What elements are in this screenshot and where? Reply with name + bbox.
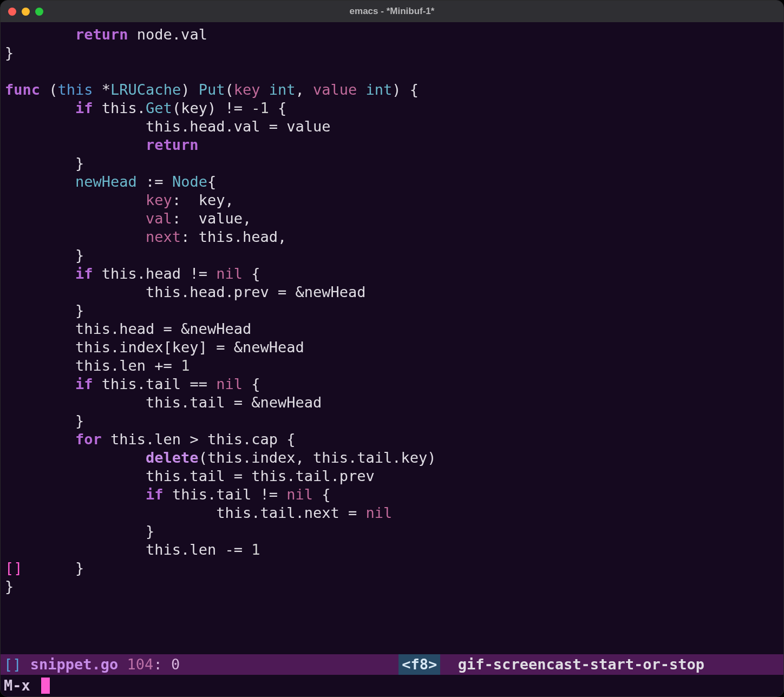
- code-token: :=: [137, 173, 172, 190]
- code-token: }: [75, 412, 84, 429]
- code-token: : key,: [172, 192, 234, 208]
- code-token: return: [146, 136, 199, 153]
- code-token: if: [75, 376, 102, 392]
- code-token: this.: [102, 100, 146, 116]
- modeline-colon: :: [153, 654, 171, 675]
- code-token: : this.head,: [181, 228, 286, 245]
- code-line[interactable]: if this.Get(key) != -1 {: [5, 99, 779, 117]
- modeline-command: gif-screencast-start-or-stop: [458, 654, 704, 675]
- code-token: LRUCache: [110, 81, 181, 98]
- code-token: int: [269, 81, 296, 98]
- editor-area[interactable]: return node.val} func (this *LRUCache) P…: [1, 22, 783, 654]
- code-line[interactable]: }: [5, 44, 779, 62]
- code-token: int: [366, 81, 393, 98]
- code-line[interactable]: return node.val: [5, 25, 779, 44]
- code-line[interactable]: this.index[key] = &newHead: [5, 338, 779, 357]
- maximize-button[interactable]: [35, 8, 43, 16]
- code-token: ): [181, 81, 199, 98]
- minibuffer[interactable]: M-x: [1, 675, 783, 696]
- code-line[interactable]: this.head.prev = &newHead: [5, 283, 779, 301]
- traffic-lights: [8, 8, 43, 16]
- code-token: nil: [286, 486, 313, 503]
- code-line[interactable]: newHead := Node{: [5, 173, 779, 191]
- code-token: }: [75, 302, 84, 319]
- code-line[interactable]: this.tail = &newHead: [5, 393, 779, 412]
- code-token: 1: [251, 541, 260, 558]
- code-token: this.head = &newHead: [75, 320, 251, 337]
- code-line[interactable]: }: [5, 301, 779, 320]
- code-token: }: [146, 523, 154, 540]
- code-line[interactable]: for this.len > this.cap {: [5, 430, 779, 449]
- code-token: (: [225, 81, 233, 98]
- minibuffer-cursor: [41, 678, 50, 694]
- code-line[interactable]: if this.head != nil {: [5, 265, 779, 283]
- code-token: }: [5, 578, 14, 595]
- code-token: this.len > this.cap {: [110, 431, 295, 448]
- code-token: this.index[key] = &newHead: [75, 339, 304, 356]
- minibuffer-prompt: M-x: [4, 675, 39, 696]
- code-line[interactable]: next: this.head,: [5, 228, 779, 246]
- code-line[interactable]: this.len -= 1: [5, 541, 779, 559]
- code-token: this.head.val = value: [146, 118, 330, 135]
- code-line[interactable]: val: value,: [5, 209, 779, 228]
- code-line[interactable]: [] }: [5, 559, 779, 577]
- code-token: nil: [216, 376, 243, 392]
- modeline: [] snippet.go 104 : 0 <f8> gif-screencas…: [1, 654, 783, 675]
- code-token: this.len -=: [146, 541, 251, 558]
- code-token: }: [5, 44, 14, 61]
- minimize-button[interactable]: [22, 8, 30, 16]
- code-token: this.tail.next =: [216, 504, 365, 521]
- code-token: key: [146, 192, 172, 208]
- code-token: if: [75, 265, 102, 282]
- code-line[interactable]: }: [5, 577, 779, 596]
- code-line[interactable]: }: [5, 154, 779, 173]
- code-line[interactable]: key: key,: [5, 191, 779, 209]
- code-token: {: [313, 486, 331, 503]
- code-token: }: [75, 247, 84, 264]
- code-line[interactable]: if this.tail == nil {: [5, 375, 779, 393]
- code-line[interactable]: func (this *LRUCache) Put(key int, value…: [5, 81, 779, 99]
- modeline-col: 0: [171, 654, 180, 675]
- window-frame: emacs - *Minibuf-1* return node.val} fun…: [0, 0, 784, 697]
- code-line[interactable]: delete(this.index, this.tail.key): [5, 449, 779, 467]
- code-line[interactable]: this.tail.next = nil: [5, 504, 779, 522]
- code-token: val: [146, 210, 172, 227]
- code-line[interactable]: this.len += 1: [5, 357, 779, 375]
- code-token: value: [313, 81, 366, 98]
- code-token: if: [75, 100, 102, 116]
- code-line[interactable]: }: [5, 522, 779, 541]
- code-token: ) {: [392, 81, 419, 98]
- code-token: nil: [216, 265, 243, 282]
- code-line[interactable]: this.head.val = value: [5, 117, 779, 136]
- code-token: {: [243, 376, 260, 392]
- code-token: }: [23, 560, 84, 576]
- code-token: func: [5, 81, 49, 98]
- code-token: next: [146, 228, 181, 245]
- code-line[interactable]: return: [5, 136, 779, 154]
- code-line[interactable]: this.tail = this.tail.prev: [5, 467, 779, 485]
- code-token: 1: [181, 357, 190, 374]
- code-token: {: [207, 173, 216, 190]
- code-line[interactable]: [5, 62, 779, 81]
- code-token: this.head !=: [102, 265, 216, 282]
- code-token: }: [75, 155, 84, 172]
- close-button[interactable]: [8, 8, 16, 16]
- code-token: for: [75, 431, 110, 448]
- code-token: if: [146, 486, 172, 503]
- code-line[interactable]: }: [5, 246, 779, 265]
- modeline-key-badge: <f8>: [398, 654, 440, 675]
- code-token: delete: [146, 449, 199, 466]
- code-token: this.head.prev = &newHead: [146, 284, 365, 300]
- modeline-filename: snippet.go: [30, 654, 119, 675]
- code-token: -1: [251, 100, 269, 116]
- code-line[interactable]: }: [5, 412, 779, 430]
- code-token: Get: [146, 100, 172, 116]
- code-token: this.len +=: [75, 357, 181, 374]
- modeline-brackets: []: [4, 654, 22, 675]
- code-token: []: [5, 560, 23, 576]
- code-token: Put: [199, 81, 225, 98]
- code-token: key: [234, 81, 269, 98]
- code-token: newHead: [75, 173, 137, 190]
- code-line[interactable]: this.head = &newHead: [5, 320, 779, 338]
- code-line[interactable]: if this.tail != nil {: [5, 485, 779, 504]
